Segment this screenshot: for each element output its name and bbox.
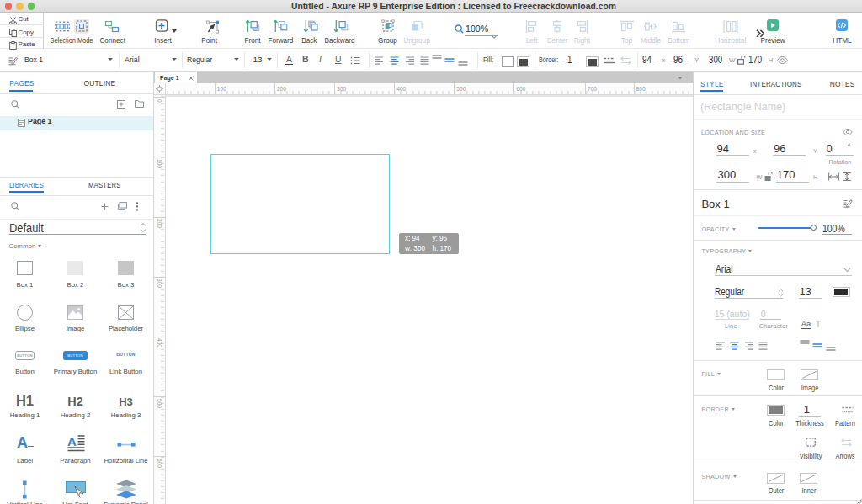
svg-text:A: A bbox=[67, 434, 77, 448]
